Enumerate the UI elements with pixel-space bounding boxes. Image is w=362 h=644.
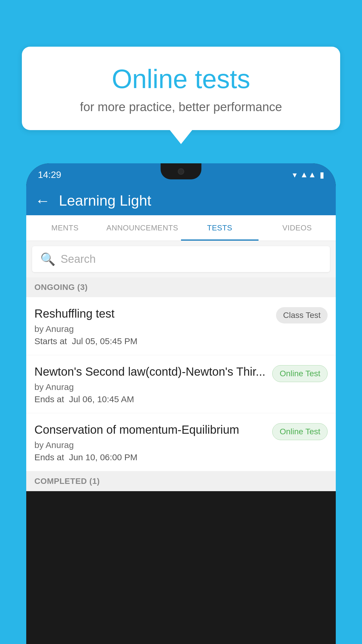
section-ongoing-header: ONGOING (3)	[26, 277, 336, 297]
test-item-2[interactable]: Newton's Second law(contd)-Newton's Thir…	[26, 355, 336, 413]
search-container: 🔍 Search	[26, 241, 336, 277]
tabs-bar: MENTS ANNOUNCEMENTS TESTS VIDEOS	[26, 215, 336, 241]
speech-bubble: Online tests for more practice, better p…	[22, 47, 340, 130]
camera	[178, 168, 184, 175]
status-icons: ▾ ▲▲ ▮	[293, 170, 324, 180]
wifi-icon: ▾	[293, 170, 297, 180]
search-icon: 🔍	[40, 252, 55, 266]
test-name-3: Conservation of momentum-Equilibrium	[34, 422, 266, 437]
bubble-title: Online tests	[34, 64, 328, 94]
badge-online-test-2: Online Test	[272, 365, 328, 382]
bubble-subtitle: for more practice, better performance	[34, 100, 328, 114]
badge-online-test-3: Online Test	[272, 423, 328, 440]
test-name-2: Newton's Second law(contd)-Newton's Thir…	[34, 364, 266, 379]
tab-tests[interactable]: TESTS	[181, 215, 259, 241]
search-input[interactable]: Search	[61, 253, 96, 265]
search-bar[interactable]: 🔍 Search	[32, 246, 330, 272]
app-header: ← Learning Light	[26, 186, 336, 215]
signal-icon: ▲▲	[300, 170, 316, 179]
status-time: 14:29	[38, 169, 61, 180]
tab-announcements[interactable]: ANNOUNCEMENTS	[104, 215, 181, 241]
test-info-1: Reshuffling test by Anurag Starts at Jul…	[34, 306, 270, 346]
test-list: Reshuffling test by Anurag Starts at Jul…	[26, 297, 336, 471]
section-completed-header: COMPLETED (1)	[26, 471, 336, 491]
phone-frame: 14:29 ▾ ▲▲ ▮ ← Learning Light MENTS ANNO…	[26, 163, 336, 644]
test-author-3: by Anurag	[34, 440, 266, 450]
tab-videos[interactable]: VIDEOS	[259, 215, 336, 241]
test-info-3: Conservation of momentum-Equilibrium by …	[34, 422, 266, 462]
status-bar: 14:29 ▾ ▲▲ ▮	[26, 163, 336, 186]
test-time-1: Starts at Jul 05, 05:45 PM	[34, 336, 270, 346]
test-item-3[interactable]: Conservation of momentum-Equilibrium by …	[26, 413, 336, 471]
battery-icon: ▮	[320, 170, 324, 180]
test-name-1: Reshuffling test	[34, 306, 270, 321]
test-time-2: Ends at Jul 06, 10:45 AM	[34, 394, 266, 404]
test-info-2: Newton's Second law(contd)-Newton's Thir…	[34, 364, 266, 404]
back-button[interactable]: ←	[35, 192, 50, 209]
test-time-3: Ends at Jun 10, 06:00 PM	[34, 452, 266, 462]
phone-notch	[161, 163, 201, 179]
app-title: Learning Light	[59, 192, 151, 209]
badge-class-test-1: Class Test	[276, 307, 328, 323]
tab-ments[interactable]: MENTS	[26, 215, 104, 241]
test-author-2: by Anurag	[34, 382, 266, 392]
test-author-1: by Anurag	[34, 324, 270, 334]
test-item-1[interactable]: Reshuffling test by Anurag Starts at Jul…	[26, 297, 336, 355]
